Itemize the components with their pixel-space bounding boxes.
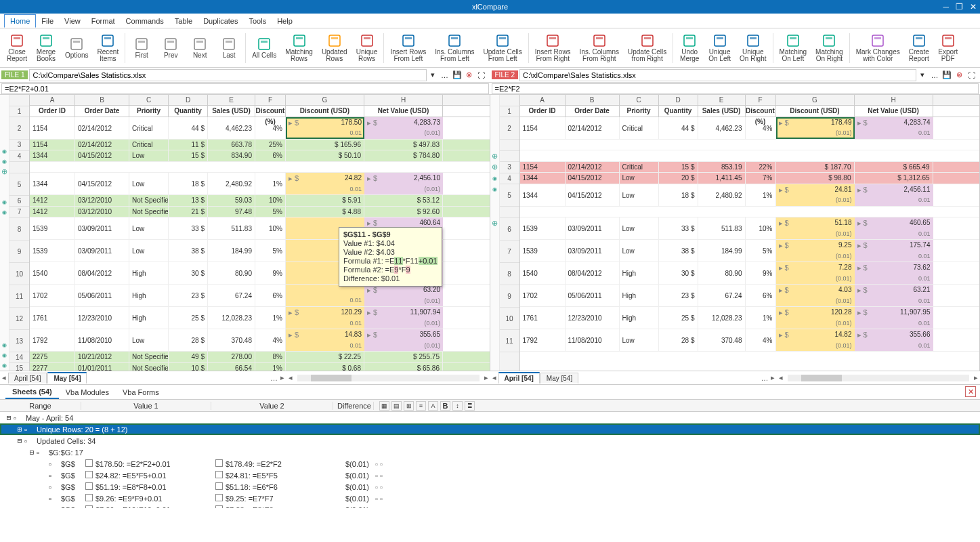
cell[interactable]: 15 $ <box>659 162 698 173</box>
cell[interactable]: 1540 <box>520 262 566 284</box>
cell[interactable]: 663.78 <box>208 140 255 150</box>
cell[interactable]: 853.19 <box>698 162 746 173</box>
cell[interactable]: 4% <box>746 329 776 351</box>
col-header-H[interactable]: H <box>855 95 933 105</box>
netvalue-cell[interactable]: ▸ $73.620.01 <box>855 262 933 284</box>
cell[interactable]: High <box>620 307 659 329</box>
netvalue-cell[interactable]: ▸ $2,456.10(0.01) <box>364 173 443 194</box>
col-header-A[interactable]: A <box>30 95 75 105</box>
cell[interactable]: 44 $ <box>169 117 208 139</box>
data-row[interactable]: 153903/09/2011Low38 $184.995%▸ $9.25(0.0… <box>520 240 980 262</box>
col-header-F[interactable]: F <box>255 95 286 105</box>
cell[interactable]: $ 784.80 <box>364 150 443 161</box>
diff-tool-sort-icon[interactable]: ↕ <box>452 401 463 411</box>
cell[interactable]: 1412 <box>30 195 75 206</box>
diff-tree-row[interactable]: ⊟▫Updated Cells: 34 <box>0 435 980 446</box>
cell[interactable]: Critical <box>129 117 169 139</box>
row-number[interactable]: 14 <box>9 352 29 364</box>
cell[interactable]: Low <box>620 329 659 351</box>
file1-dropdown-icon[interactable]: ▾ <box>428 70 438 80</box>
row-number[interactable]: 6 <box>500 218 519 241</box>
tree-toggle-icon[interactable]: ⊟ <box>27 448 37 457</box>
netvalue-cell[interactable]: ▸ $63.20(0.01) <box>364 285 443 306</box>
cell[interactable]: 23 $ <box>659 285 698 306</box>
cell[interactable]: 38 $ <box>659 240 698 262</box>
tree-toggle-icon[interactable]: ⊞ <box>15 425 24 434</box>
file1-close-icon[interactable]: ⊗ <box>465 70 474 80</box>
cell[interactable]: 5% <box>255 207 286 217</box>
row-gutter-marker[interactable]: ◉ <box>0 146 9 157</box>
cell[interactable]: 10 $ <box>169 363 208 371</box>
cell[interactable]: 278.00 <box>208 352 255 362</box>
row-number[interactable]: 7 <box>9 207 29 218</box>
col-header-D[interactable]: D <box>169 95 208 105</box>
row-gutter-marker[interactable] <box>490 128 499 150</box>
cell[interactable]: 1% <box>746 184 776 206</box>
col-header-C[interactable]: C <box>129 95 169 105</box>
row-number[interactable]: 7 <box>500 241 519 263</box>
cell[interactable]: 184.99 <box>208 240 255 262</box>
discount-cell[interactable]: ▸ $178.49(0.01) <box>776 117 855 139</box>
cell[interactable]: 1412 <box>30 207 75 217</box>
cell[interactable]: 25 $ <box>659 307 698 329</box>
row-number[interactable]: 4 <box>9 151 29 163</box>
netvalue-cell[interactable]: ▸ $175.740.01 <box>855 240 933 262</box>
cell[interactable]: 4,462.23 <box>698 117 746 139</box>
menu-file[interactable]: File <box>36 15 59 27</box>
file2-maximize-icon[interactable]: ⛶ <box>966 70 976 80</box>
cell[interactable]: 2,480.92 <box>698 184 746 206</box>
cell[interactable]: 1154 <box>30 140 75 150</box>
cell[interactable]: 49 $ <box>169 352 208 362</box>
checkbox[interactable] <box>85 482 93 490</box>
cell[interactable]: 2275 <box>30 352 75 362</box>
cell[interactable]: 1% <box>255 363 286 371</box>
cell[interactable]: 1154 <box>520 117 566 139</box>
cell[interactable]: 33 $ <box>169 217 208 239</box>
row-number[interactable] <box>500 151 519 163</box>
data-row[interactable]: 134404/15/2012Low20 $1,411.457%$ 98.80$ … <box>520 173 980 184</box>
cell[interactable]: 15 $ <box>169 150 208 161</box>
cell[interactable]: $ 187.70 <box>776 162 855 173</box>
cell[interactable]: 1344 <box>30 173 75 194</box>
cell[interactable]: High <box>129 262 169 284</box>
row-number[interactable]: 11 <box>500 330 519 352</box>
row-gutter-marker[interactable] <box>490 195 499 217</box>
undo-merge-button[interactable]: UndoMerge <box>675 30 704 66</box>
formula-left-input[interactable] <box>1 83 489 94</box>
checkbox[interactable] <box>215 459 223 467</box>
cell[interactable]: 05/06/2011 <box>75 285 129 306</box>
cell[interactable]: 02/14/2012 <box>566 117 620 139</box>
cell[interactable]: 1344 <box>30 150 75 161</box>
file1-maximize-icon[interactable]: ⛶ <box>477 70 486 80</box>
cell[interactable]: Low <box>129 240 169 262</box>
cell[interactable]: 10% <box>255 195 286 206</box>
row-gutter-marker[interactable] <box>490 274 499 296</box>
row-gutter-marker[interactable]: ◉ <box>0 197 9 207</box>
cell[interactable]: 28 $ <box>169 329 208 351</box>
diff-tool-3-icon[interactable]: ⊞ <box>404 401 414 411</box>
col-header-F[interactable]: F <box>746 95 776 105</box>
checkbox[interactable] <box>85 505 93 508</box>
cell[interactable]: 9% <box>746 262 776 284</box>
data-row[interactable]: 141203/12/2010Not Specifie21 $97.485%$ 4… <box>30 207 490 218</box>
options-button[interactable]: Options <box>61 30 92 66</box>
netvalue-cell[interactable]: ▸ $355.65(0.01) <box>364 329 443 351</box>
row-number[interactable]: 10 <box>500 308 519 330</box>
file1-path-input[interactable] <box>29 69 426 81</box>
cell[interactable]: 4% <box>255 117 286 139</box>
data-row[interactable]: 115402/14/2012Critical11 $663.7825%$ 165… <box>30 140 490 151</box>
sheet-tab[interactable]: May [54] <box>47 372 87 383</box>
cell[interactable]: 11/08/2010 <box>75 329 129 351</box>
diff-tool-2-icon[interactable]: ▤ <box>391 401 402 411</box>
menu-help[interactable]: Help <box>272 15 298 27</box>
cell[interactable]: 6% <box>255 285 286 306</box>
menu-home[interactable]: Home <box>4 14 36 28</box>
cell[interactable]: 22% <box>746 162 776 173</box>
cell[interactable]: 6% <box>255 150 286 161</box>
diff-tool-bold-icon[interactable]: B <box>440 401 450 411</box>
cell[interactable]: 05/06/2011 <box>566 285 620 306</box>
matching-on-left-button[interactable]: MatchingOn Left <box>775 30 811 66</box>
col-header-E[interactable]: E <box>698 95 746 105</box>
matching-rows-button[interactable]: MatchingRows <box>281 30 317 66</box>
cell[interactable]: 4,462.23 <box>208 117 255 139</box>
